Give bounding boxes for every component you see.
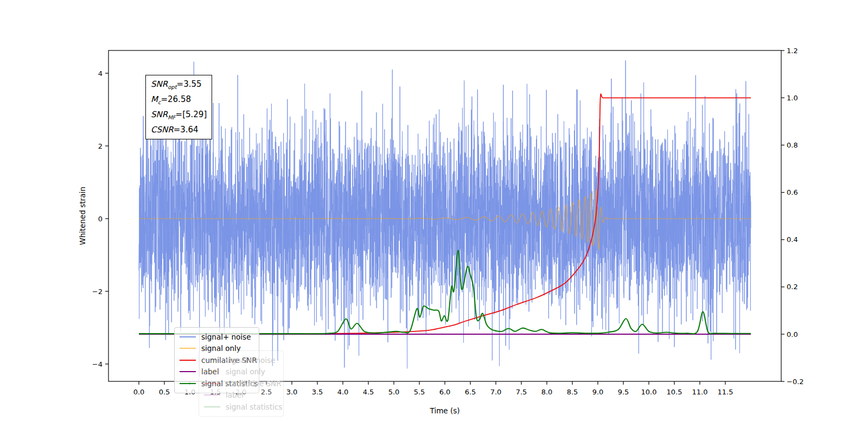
x-axis-label: Time (s) (430, 406, 460, 415)
legend-row: signal statistics (180, 378, 254, 390)
legend-row: signal only (180, 343, 254, 355)
annotation-line: Mc=26.58 (151, 93, 207, 108)
legend-line-swatch (180, 371, 196, 372)
x-tick-label: 4.5 (363, 388, 374, 396)
annotation-line: CSNR=3.64 (151, 124, 207, 136)
y-axis-label: Whitened strain (78, 187, 87, 245)
x-tick-label: 11.0 (692, 388, 708, 396)
y-right-tick-label: 1.0 (787, 94, 798, 102)
x-tick-label: 9.5 (618, 388, 629, 396)
x-tick-label: 3.0 (286, 388, 298, 396)
x-tick-label: 11.5 (718, 388, 733, 396)
x-tick-label: 10.5 (667, 388, 682, 396)
x-tick-label: 5.0 (388, 388, 400, 396)
legend-label: label (201, 367, 219, 376)
y-left-tick-label: 0 (98, 215, 103, 223)
y-left-tick-label: 4 (98, 69, 103, 78)
x-tick-label: 9.0 (592, 388, 604, 396)
legend-label: signal statistics (201, 379, 258, 388)
y-left-tick-label: 2 (98, 142, 103, 150)
legend-label: cumilative SNR (201, 356, 257, 365)
figure: 0.00.51.01.52.02.53.03.54.04.55.05.56.06… (0, 0, 868, 434)
y-left-tick-label: −2 (92, 288, 103, 296)
x-tick-label: 4.0 (337, 388, 349, 396)
legend-line-swatch (180, 336, 196, 337)
legend-row: label (180, 366, 254, 378)
legend-line-swatch (180, 348, 196, 349)
x-tick-label: 6.5 (465, 388, 476, 396)
x-tick-label: 0.0 (133, 388, 145, 396)
legend-row: signal+ noise (180, 331, 254, 343)
x-tick-label: 3.5 (312, 388, 323, 396)
x-tick-label: 8.0 (541, 388, 553, 396)
legend: signal+ noisesignal onlycumilative SNRla… (174, 327, 259, 393)
x-tick-label: 0.5 (159, 388, 170, 396)
annotation-line: SNRMF=[5.29] (151, 108, 207, 124)
x-tick-label: 2.5 (261, 388, 272, 396)
chart-canvas: 0.00.51.01.52.02.53.03.54.04.55.05.56.06… (0, 0, 868, 434)
y-right-tick-label: 1.2 (787, 47, 798, 55)
x-tick-label: 6.0 (439, 388, 451, 396)
y-right-tick-label: 0.0 (787, 330, 798, 339)
y-right-tick-label: −0.2 (787, 378, 804, 386)
x-tick-label: 7.5 (516, 388, 527, 396)
x-tick-label: 8.5 (567, 388, 578, 396)
x-tick-label: 7.0 (490, 388, 502, 396)
legend-label: signal only (201, 344, 241, 353)
x-tick-label: 10.0 (641, 388, 657, 396)
x-tick-label: 5.5 (414, 388, 425, 396)
y-right-tick-label: 0.2 (787, 283, 798, 291)
legend-row: cumilative SNR (180, 354, 254, 366)
annotation-line: SNRopt=3.55 (151, 78, 207, 93)
y-right-tick-label: 0.8 (787, 141, 798, 149)
legend-line-swatch (180, 360, 196, 361)
y-right-tick-label: 0.6 (787, 188, 798, 196)
legend-label: signal+ noise (201, 333, 251, 341)
y-right-tick-label: 0.4 (787, 235, 798, 244)
stats-annotation-box: SNRopt=3.55Mc=26.58SNRMF=[5.29]CSNR=3.64 (145, 75, 212, 139)
legend-line-swatch (180, 383, 196, 384)
y-left-tick-label: −4 (92, 360, 103, 368)
